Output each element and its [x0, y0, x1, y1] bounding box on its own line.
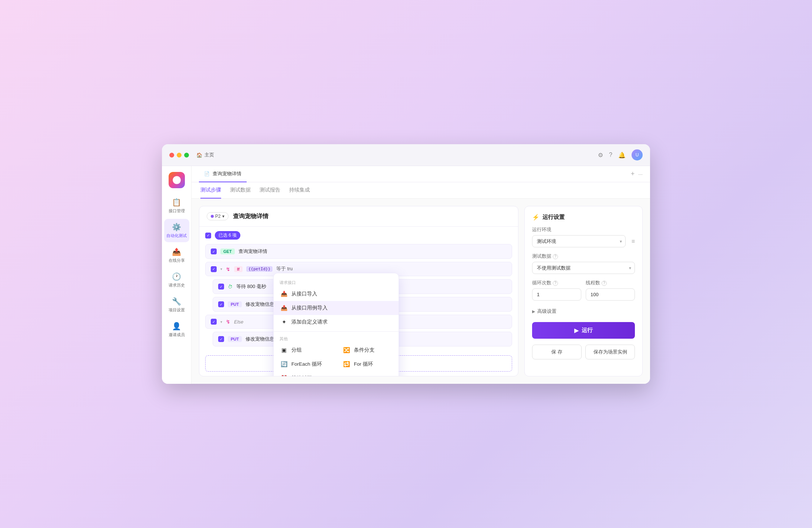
- condition-icon: 🔀: [343, 347, 350, 353]
- avatar[interactable]: U: [632, 149, 643, 160]
- menu-item-group-label: 分组: [291, 347, 302, 353]
- add-tab-button[interactable]: +: [631, 170, 635, 178]
- select-all-checkbox[interactable]: ✓: [205, 233, 211, 238]
- loop-setting: 循环次数 ?: [532, 280, 581, 301]
- step-5-checkbox[interactable]: ✓: [211, 319, 217, 325]
- right-panel: ⚡ 运行设置 运行环境 测试环境 ▾: [524, 206, 643, 376]
- sidebar-item-settings-label: 项目设置: [169, 307, 185, 313]
- invite-icon: 👤: [172, 322, 181, 331]
- tab-report[interactable]: 测试报告: [260, 182, 280, 199]
- divider-1: [274, 331, 399, 332]
- notification-icon[interactable]: 🔔: [618, 152, 626, 159]
- api-icon: 📋: [172, 198, 181, 207]
- tab-label: 查询宠物详情: [213, 170, 241, 177]
- priority-label: P2: [215, 214, 221, 219]
- step-1-badge: GET: [220, 248, 235, 254]
- menu-item-wait-label: 等待时间: [291, 375, 312, 376]
- menu-item-custom-request[interactable]: ✦ 添加自定义请求: [274, 315, 399, 329]
- menu-item-for[interactable]: 🔁 For 循环: [336, 357, 399, 371]
- thread-input[interactable]: [586, 288, 635, 301]
- page-tabs: 测试步骤 测试数据 测试报告 持续集成: [192, 182, 650, 199]
- loop-input[interactable]: [532, 288, 581, 301]
- save-button[interactable]: 保 存: [532, 345, 582, 359]
- data-help-icon[interactable]: ?: [553, 254, 558, 259]
- loop-label: 循环次数 ?: [532, 280, 581, 286]
- step-4-checkbox[interactable]: ✓: [218, 301, 224, 307]
- sidebar-item-automation[interactable]: ⚙️ 自动化测试: [164, 219, 189, 242]
- app-logo[interactable]: [169, 172, 185, 188]
- step-2-expand[interactable]: ▾: [220, 267, 222, 271]
- menu-item-foreach[interactable]: 🔄 ForEach 循环: [274, 357, 336, 371]
- run-label: 运行: [582, 327, 593, 334]
- menu-item-import-case-label: 从接口用例导入: [291, 305, 328, 311]
- priority-badge[interactable]: P2 ▾: [207, 212, 229, 220]
- selected-count-row: ✓ 已选 6 项: [205, 231, 512, 240]
- menu-item-import-api[interactable]: 📥 从接口导入: [274, 287, 399, 301]
- sidebar-item-settings[interactable]: 🔧 项目设置: [164, 293, 189, 317]
- home-label: 主页: [204, 152, 214, 158]
- menu-item-import-api-label: 从接口导入: [291, 291, 317, 297]
- home-icon: 🏠: [196, 152, 202, 158]
- save-instance-button[interactable]: 保存为场景实例: [585, 345, 635, 359]
- env-menu-button[interactable]: ≡: [632, 238, 635, 245]
- menu-item-for-label: For 循环: [354, 361, 373, 368]
- advanced-arrow-icon: ▶: [532, 309, 535, 314]
- breadcrumb: 🏠 主页: [196, 152, 214, 158]
- step-3-checkbox[interactable]: ✓: [218, 284, 224, 290]
- menu-item-condition[interactable]: 🔀 条件分支: [336, 343, 399, 357]
- settings-icon[interactable]: ⚙: [598, 152, 603, 159]
- help-icon[interactable]: ?: [609, 152, 612, 158]
- minimize-button[interactable]: [177, 153, 182, 158]
- env-select[interactable]: 测试环境: [532, 235, 626, 247]
- step-5-badge: Else: [234, 319, 243, 325]
- menu-item-condition-label: 条件分支: [354, 347, 375, 353]
- close-button[interactable]: [169, 153, 174, 158]
- step-item-1[interactable]: ✓ GET 查询宠物详情: [205, 244, 512, 259]
- tab-query-pet[interactable]: 📄 查询宠物详情: [199, 166, 247, 182]
- step-6-checkbox[interactable]: ✓: [218, 336, 224, 342]
- step-2-tag: {{petId}}: [246, 266, 273, 272]
- thread-label: 线程数 ?: [586, 280, 635, 286]
- maximize-button[interactable]: [184, 153, 189, 158]
- step-1-label: 查询宠物详情: [238, 248, 267, 255]
- env-setting: 运行环境 测试环境 ▾ ≡: [532, 227, 635, 247]
- sidebar-item-invite[interactable]: 👤 邀请成员: [164, 318, 189, 341]
- tab-steps[interactable]: 测试步骤: [200, 182, 221, 199]
- data-select[interactable]: 不使用测试数据: [532, 262, 635, 274]
- data-setting: 测试数据 ? 不使用测试数据 ▾: [532, 253, 635, 274]
- sidebar-item-share[interactable]: 📤 在线分享: [164, 244, 189, 267]
- dropdown-menu: 请求接口 📥 从接口导入 📤 从接口用例导入 ✦ 添加自定义请求: [273, 273, 399, 376]
- thread-help-icon[interactable]: ?: [602, 281, 607, 286]
- tab-ci[interactable]: 持续集成: [289, 182, 310, 199]
- menu-item-wait[interactable]: ⏰ 等待时间: [274, 371, 336, 376]
- thread-setting: 线程数 ?: [586, 280, 635, 301]
- advanced-label: 高级设置: [537, 308, 556, 315]
- app-body: 📋 接口管理 ⚙️ 自动化测试 📤 在线分享 🕐 请求历史 🔧 项目设置 👤: [162, 166, 650, 384]
- priority-dot: [211, 215, 214, 218]
- advanced-settings-toggle[interactable]: ▶ 高级设置: [532, 307, 635, 316]
- sidebar-item-api[interactable]: 📋 接口管理: [164, 194, 189, 217]
- content-area: 📄 查询宠物详情 + ··· 测试步骤 测试数据 测试报告: [192, 166, 650, 384]
- menu-section-other: 其他: [274, 334, 399, 343]
- panel-header: P2 ▾ 查询宠物详情: [199, 206, 518, 227]
- run-button[interactable]: ▶ 运行: [532, 322, 635, 339]
- sidebar-item-invite-label: 邀请成员: [169, 332, 185, 338]
- custom-request-icon: ✦: [280, 319, 288, 325]
- tab-data[interactable]: 测试数据: [230, 182, 251, 199]
- project-settings-icon: 🔧: [172, 297, 181, 306]
- step-2-checkbox[interactable]: ✓: [211, 266, 217, 272]
- step-5-expand[interactable]: ▾: [220, 320, 222, 324]
- run-settings-title: ⚡ 运行设置: [532, 214, 635, 221]
- sidebar-item-history[interactable]: 🕐 请求历史: [164, 268, 189, 292]
- other-items-grid: ▣ 分组 🔀 条件分支 🔄 ForEach 循环: [274, 343, 399, 376]
- menu-item-import-case[interactable]: 📤 从接口用例导入: [274, 301, 399, 315]
- share-icon: 📤: [172, 247, 181, 256]
- loop-help-icon[interactable]: ?: [553, 281, 558, 286]
- step-2-label: 等于 tru: [276, 266, 292, 272]
- run-play-icon: ▶: [574, 327, 579, 334]
- menu-item-group[interactable]: ▣ 分组: [274, 343, 336, 357]
- env-label: 运行环境: [532, 227, 635, 233]
- more-tabs-button[interactable]: ···: [638, 171, 643, 177]
- sidebar-item-share-label: 在线分享: [169, 258, 185, 263]
- step-1-checkbox[interactable]: ✓: [211, 248, 217, 254]
